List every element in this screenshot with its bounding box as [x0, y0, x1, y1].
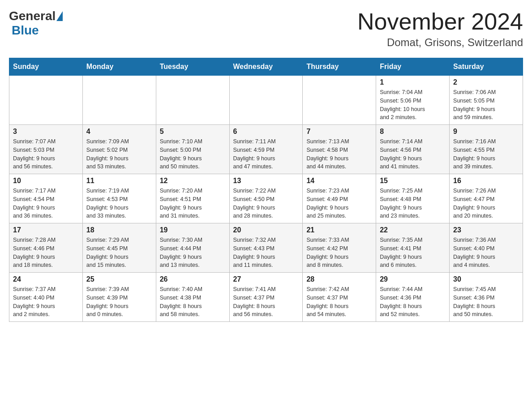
- day-number: 4: [86, 128, 152, 136]
- day-info: Sunrise: 7:41 AM Sunset: 4:37 PM Dayligh…: [233, 285, 299, 319]
- day-number: 7: [306, 128, 372, 136]
- day-number: 3: [13, 128, 79, 136]
- day-info: Sunrise: 7:44 AM Sunset: 4:36 PM Dayligh…: [380, 285, 446, 319]
- day-number: 21: [306, 226, 372, 234]
- location-subtitle: Domat, Grisons, Switzerland: [357, 36, 523, 49]
- calendar-cell: 22Sunrise: 7:35 AM Sunset: 4:41 PM Dayli…: [376, 223, 450, 273]
- title-section: November 2024 Domat, Grisons, Switzerlan…: [357, 9, 523, 49]
- logo: General Blue: [9, 9, 64, 38]
- day-number: 17: [13, 226, 79, 234]
- calendar-cell: [303, 76, 376, 125]
- week-row-5: 24Sunrise: 7:37 AM Sunset: 4:40 PM Dayli…: [9, 273, 523, 322]
- day-number: 28: [306, 275, 372, 283]
- calendar-cell: 13Sunrise: 7:22 AM Sunset: 4:50 PM Dayli…: [229, 174, 303, 223]
- header-monday: Monday: [82, 58, 156, 76]
- calendar-cell: 20Sunrise: 7:32 AM Sunset: 4:43 PM Dayli…: [229, 223, 303, 273]
- day-number: 10: [13, 177, 79, 185]
- day-number: 5: [160, 128, 226, 136]
- header-tuesday: Tuesday: [156, 58, 229, 76]
- day-number: 18: [86, 226, 152, 234]
- page-header: General Blue November 2024 Domat, Grison…: [9, 9, 523, 49]
- day-info: Sunrise: 7:26 AM Sunset: 4:47 PM Dayligh…: [453, 187, 519, 220]
- calendar-cell: 15Sunrise: 7:25 AM Sunset: 4:48 PM Dayli…: [376, 174, 450, 223]
- day-number: 12: [160, 177, 226, 185]
- calendar-cell: 1Sunrise: 7:04 AM Sunset: 5:06 PM Daylig…: [376, 76, 450, 125]
- logo-general-text: General: [9, 9, 56, 23]
- calendar-cell: 18Sunrise: 7:29 AM Sunset: 4:45 PM Dayli…: [82, 223, 156, 273]
- header-wednesday: Wednesday: [229, 58, 303, 76]
- header-saturday: Saturday: [450, 58, 523, 76]
- day-info: Sunrise: 7:19 AM Sunset: 4:53 PM Dayligh…: [86, 187, 152, 220]
- day-info: Sunrise: 7:16 AM Sunset: 4:55 PM Dayligh…: [453, 137, 519, 171]
- day-info: Sunrise: 7:07 AM Sunset: 5:03 PM Dayligh…: [13, 137, 79, 171]
- day-info: Sunrise: 7:11 AM Sunset: 4:59 PM Dayligh…: [233, 137, 299, 171]
- calendar-cell: 23Sunrise: 7:36 AM Sunset: 4:40 PM Dayli…: [450, 223, 523, 273]
- calendar-cell: 10Sunrise: 7:17 AM Sunset: 4:54 PM Dayli…: [9, 174, 83, 223]
- day-info: Sunrise: 7:09 AM Sunset: 5:02 PM Dayligh…: [86, 137, 152, 171]
- header-friday: Friday: [376, 58, 450, 76]
- day-info: Sunrise: 7:39 AM Sunset: 4:39 PM Dayligh…: [86, 285, 152, 319]
- day-info: Sunrise: 7:37 AM Sunset: 4:40 PM Dayligh…: [13, 285, 79, 319]
- day-info: Sunrise: 7:25 AM Sunset: 4:48 PM Dayligh…: [380, 187, 446, 220]
- calendar-cell: 9Sunrise: 7:16 AM Sunset: 4:55 PM Daylig…: [450, 125, 523, 174]
- calendar-header-row: Sunday Monday Tuesday Wednesday Thursday…: [9, 58, 523, 76]
- calendar-cell: 25Sunrise: 7:39 AM Sunset: 4:39 PM Dayli…: [82, 273, 156, 322]
- day-number: 14: [306, 177, 372, 185]
- calendar-cell: [229, 76, 303, 125]
- day-number: 26: [160, 275, 226, 283]
- calendar-cell: 16Sunrise: 7:26 AM Sunset: 4:47 PM Dayli…: [450, 174, 523, 223]
- day-info: Sunrise: 7:10 AM Sunset: 5:00 PM Dayligh…: [160, 137, 226, 171]
- day-number: 24: [13, 275, 79, 283]
- day-info: Sunrise: 7:36 AM Sunset: 4:40 PM Dayligh…: [453, 236, 519, 270]
- day-info: Sunrise: 7:06 AM Sunset: 5:05 PM Dayligh…: [453, 88, 519, 122]
- calendar-cell: 3Sunrise: 7:07 AM Sunset: 5:03 PM Daylig…: [9, 125, 83, 174]
- calendar-cell: 26Sunrise: 7:40 AM Sunset: 4:38 PM Dayli…: [156, 273, 229, 322]
- day-info: Sunrise: 7:14 AM Sunset: 4:56 PM Dayligh…: [380, 137, 446, 171]
- calendar-cell: [156, 76, 229, 125]
- day-number: 30: [453, 275, 519, 283]
- day-number: 19: [160, 226, 226, 234]
- day-info: Sunrise: 7:04 AM Sunset: 5:06 PM Dayligh…: [380, 88, 446, 122]
- day-number: 2: [453, 78, 519, 86]
- calendar-cell: 17Sunrise: 7:28 AM Sunset: 4:46 PM Dayli…: [9, 223, 83, 273]
- day-info: Sunrise: 7:33 AM Sunset: 4:42 PM Dayligh…: [306, 236, 372, 270]
- week-row-2: 3Sunrise: 7:07 AM Sunset: 5:03 PM Daylig…: [9, 125, 523, 174]
- day-number: 11: [86, 177, 152, 185]
- calendar-cell: 12Sunrise: 7:20 AM Sunset: 4:51 PM Dayli…: [156, 174, 229, 223]
- day-info: Sunrise: 7:23 AM Sunset: 4:49 PM Dayligh…: [306, 187, 372, 220]
- calendar-cell: 2Sunrise: 7:06 AM Sunset: 5:05 PM Daylig…: [450, 76, 523, 125]
- day-info: Sunrise: 7:45 AM Sunset: 4:36 PM Dayligh…: [453, 285, 519, 319]
- day-number: 6: [233, 128, 299, 136]
- day-number: 27: [233, 275, 299, 283]
- day-number: 1: [380, 78, 446, 86]
- calendar-cell: 28Sunrise: 7:42 AM Sunset: 4:37 PM Dayli…: [303, 273, 376, 322]
- logo-triangle-icon: [56, 11, 63, 21]
- calendar-cell: 6Sunrise: 7:11 AM Sunset: 4:59 PM Daylig…: [229, 125, 303, 174]
- day-info: Sunrise: 7:32 AM Sunset: 4:43 PM Dayligh…: [233, 236, 299, 270]
- logo-blue-text: Blue: [12, 23, 39, 37]
- calendar-cell: 27Sunrise: 7:41 AM Sunset: 4:37 PM Dayli…: [229, 273, 303, 322]
- calendar-cell: 14Sunrise: 7:23 AM Sunset: 4:49 PM Dayli…: [303, 174, 376, 223]
- day-number: 25: [86, 275, 152, 283]
- header-sunday: Sunday: [9, 58, 83, 76]
- calendar-cell: 21Sunrise: 7:33 AM Sunset: 4:42 PM Dayli…: [303, 223, 376, 273]
- day-number: 29: [380, 275, 446, 283]
- day-info: Sunrise: 7:20 AM Sunset: 4:51 PM Dayligh…: [160, 187, 226, 220]
- day-info: Sunrise: 7:42 AM Sunset: 4:37 PM Dayligh…: [306, 285, 372, 319]
- day-number: 9: [453, 128, 519, 136]
- day-info: Sunrise: 7:17 AM Sunset: 4:54 PM Dayligh…: [13, 187, 79, 220]
- calendar-cell: 5Sunrise: 7:10 AM Sunset: 5:00 PM Daylig…: [156, 125, 229, 174]
- calendar-cell: 11Sunrise: 7:19 AM Sunset: 4:53 PM Dayli…: [82, 174, 156, 223]
- calendar-cell: 24Sunrise: 7:37 AM Sunset: 4:40 PM Dayli…: [9, 273, 83, 322]
- calendar-cell: [9, 76, 83, 125]
- day-number: 8: [380, 128, 446, 136]
- day-number: 15: [380, 177, 446, 185]
- day-info: Sunrise: 7:35 AM Sunset: 4:41 PM Dayligh…: [380, 236, 446, 270]
- month-year-title: November 2024: [357, 9, 523, 34]
- day-info: Sunrise: 7:22 AM Sunset: 4:50 PM Dayligh…: [233, 187, 299, 220]
- calendar-cell: 29Sunrise: 7:44 AM Sunset: 4:36 PM Dayli…: [376, 273, 450, 322]
- calendar-cell: 7Sunrise: 7:13 AM Sunset: 4:58 PM Daylig…: [303, 125, 376, 174]
- header-thursday: Thursday: [303, 58, 376, 76]
- week-row-3: 10Sunrise: 7:17 AM Sunset: 4:54 PM Dayli…: [9, 174, 523, 223]
- day-info: Sunrise: 7:29 AM Sunset: 4:45 PM Dayligh…: [86, 236, 152, 270]
